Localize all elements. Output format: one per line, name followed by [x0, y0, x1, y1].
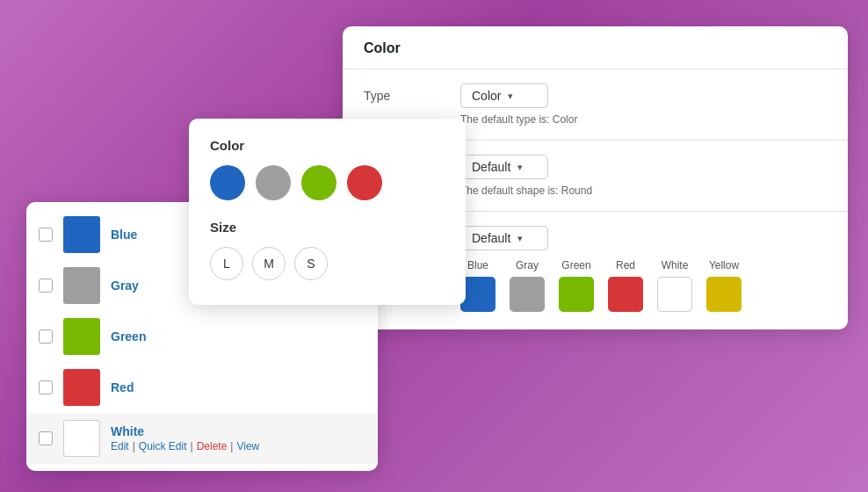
delete-link-white[interactable]: Delete	[197, 440, 228, 452]
swatch-box-yellow[interactable]	[706, 277, 741, 312]
size-circles: L M S	[210, 247, 445, 280]
settings-title: Color	[343, 26, 848, 69]
swatches-dropdown-arrow: ▾	[517, 233, 523, 244]
swatch-item-white: White	[657, 259, 692, 312]
swatch-item-green: Green	[559, 259, 594, 312]
edit-link-white[interactable]: Edit	[111, 440, 129, 452]
quick-edit-link-white[interactable]: Quick Edit	[139, 440, 187, 452]
swatch-box-green[interactable]	[559, 277, 594, 312]
dot-blue[interactable]	[210, 165, 245, 200]
shape-dropdown[interactable]: Default ▾	[460, 155, 548, 179]
type-label: Type	[364, 83, 443, 103]
size-s[interactable]: S	[294, 247, 328, 280]
swatch-label-blue: Blue	[467, 259, 488, 271]
swatch-box-red[interactable]	[608, 277, 643, 312]
list-row: Green	[26, 311, 378, 362]
list-row-white: White Edit | Quick Edit | Delete | View	[26, 413, 378, 464]
color-swatch-white	[63, 420, 100, 457]
swatch-label-yellow: Yellow	[709, 259, 739, 271]
list-row: Red	[26, 362, 378, 413]
swatch-label-red: Red	[616, 259, 635, 271]
dot-gray[interactable]	[256, 165, 291, 200]
row-checkbox-green[interactable]	[39, 329, 53, 344]
type-dropdown-value: Color	[472, 89, 501, 103]
list-cell-red: Red	[111, 380, 134, 394]
swatch-item-yellow: Yellow	[706, 259, 741, 312]
type-content: Color ▾ The default type is: Color	[460, 83, 827, 126]
size-m[interactable]: M	[252, 247, 286, 280]
row-checkbox-white[interactable]	[39, 431, 53, 445]
swatch-box-gray[interactable]	[510, 277, 545, 312]
color-size-popup: Color Size L M S	[189, 119, 466, 305]
color-dots	[210, 165, 445, 200]
size-section-title: Size	[210, 220, 445, 235]
type-help: The default type is: Color	[460, 113, 827, 126]
row-checkbox-blue[interactable]	[39, 228, 53, 242]
color-swatch-red	[63, 369, 100, 406]
color-swatch-gray	[63, 267, 100, 304]
swatch-box-white[interactable]	[657, 277, 692, 312]
row-checkbox-gray[interactable]	[39, 279, 53, 293]
color-section-title: Color	[210, 138, 445, 153]
color-name-red: Red	[111, 380, 134, 394]
color-swatch-green	[63, 318, 100, 355]
dot-red[interactable]	[347, 165, 382, 200]
view-link-white[interactable]: View	[236, 440, 259, 452]
shape-content: Default ▾ The default shape is: Round	[460, 155, 827, 197]
list-cell-gray: Gray	[111, 279, 139, 293]
swatch-box-blue[interactable]	[460, 277, 495, 312]
swatch-label-green: Green	[561, 259, 590, 271]
color-name-white: White	[111, 424, 259, 438]
list-cell-white: White Edit | Quick Edit | Delete | View	[111, 424, 259, 452]
swatch-label-gray: Gray	[516, 259, 539, 271]
swatch-item-blue: Blue	[460, 259, 495, 312]
shape-help: The default shape is: Round	[460, 184, 827, 197]
shape-dropdown-arrow: ▾	[517, 162, 523, 173]
color-name-green: Green	[111, 329, 146, 344]
size-l[interactable]: L	[210, 247, 243, 280]
swatches-content: Default ▾ Blue Gray Green	[460, 226, 827, 315]
color-swatch-blue	[63, 216, 100, 253]
swatches-dropdown[interactable]: Default ▾	[460, 226, 548, 250]
swatch-item-red: Red	[608, 259, 643, 312]
list-cell-green: Green	[111, 329, 146, 344]
swatch-item-gray: Gray	[510, 259, 545, 312]
shape-dropdown-value: Default	[472, 160, 510, 174]
swatch-label-white: White	[662, 259, 689, 271]
row-actions-white: Edit | Quick Edit | Delete | View	[111, 440, 259, 452]
color-name-blue: Blue	[111, 228, 137, 242]
row-checkbox-red[interactable]	[39, 380, 53, 394]
type-dropdown[interactable]: Color ▾	[460, 83, 548, 108]
swatch-row: Blue Gray Green Red	[460, 250, 827, 315]
type-dropdown-arrow: ▾	[508, 90, 513, 102]
dot-green[interactable]	[301, 165, 336, 200]
list-cell-blue: Blue	[111, 228, 137, 242]
color-name-gray: Gray	[111, 279, 139, 293]
swatches-dropdown-value: Default	[472, 231, 510, 245]
